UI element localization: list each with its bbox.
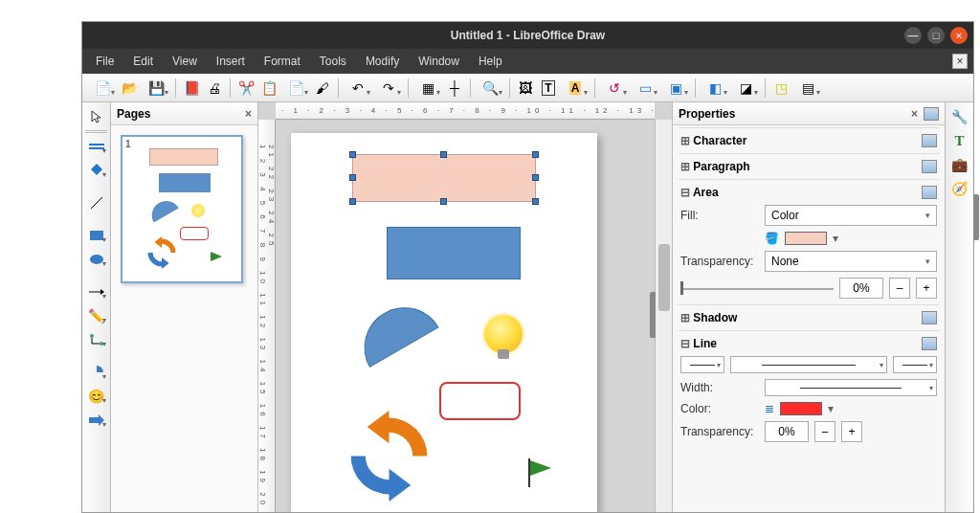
bucket-icon[interactable]: 🪣 [765, 232, 779, 245]
sidebar-styles-icon[interactable]: T [949, 130, 970, 151]
resize-handle-n[interactable] [440, 151, 447, 158]
line-color-dropdown-icon[interactable]: ▾ [828, 402, 834, 415]
block-arrows-icon[interactable] [85, 410, 108, 431]
crop-icon[interactable]: ◳ [770, 78, 791, 99]
connector-tool-icon[interactable] [85, 329, 108, 350]
resize-handle-nw[interactable] [349, 151, 356, 158]
open-icon[interactable]: 📂 [119, 78, 140, 99]
section-line[interactable]: ⊟ Line [679, 334, 939, 353]
area-more-icon[interactable] [922, 186, 937, 199]
area-transparency-increase[interactable]: + [916, 278, 937, 299]
align-icon[interactable]: ▭ [631, 78, 659, 99]
line-transparency-value[interactable]: 0% [765, 421, 809, 442]
shape-half-circle[interactable] [349, 293, 439, 368]
fill-color-icon[interactable] [85, 160, 108, 181]
minimize-button[interactable]: — [904, 27, 922, 44]
resize-handle-e[interactable] [532, 174, 539, 181]
rectangle-tool-icon[interactable] [85, 225, 108, 246]
canvas-area[interactable]: · 1 · 2 · 3 · 4 · 5 · 6 · 7 · 8 · 9 · 10… [258, 102, 672, 512]
curve-tool-icon[interactable]: ✏️ [85, 305, 108, 326]
paragraph-more-icon[interactable] [922, 160, 937, 173]
sidebar-navigator-icon[interactable]: 🧭 [949, 178, 970, 199]
shape-circular-arrows[interactable] [344, 411, 434, 502]
grid-icon[interactable]: ▦ [413, 78, 442, 99]
fontwork-icon[interactable]: A [561, 78, 590, 99]
fill-color-dropdown-icon[interactable]: ▾ [833, 232, 838, 245]
character-more-icon[interactable] [922, 134, 937, 147]
symbol-shapes-icon[interactable]: 😊 [85, 386, 108, 407]
arrange-icon[interactable]: ▣ [661, 78, 690, 99]
pointer-icon[interactable] [85, 106, 108, 127]
paste-icon[interactable]: 📄 [281, 78, 310, 99]
page-thumbnail-1[interactable]: 1 [121, 135, 243, 283]
line-width-select[interactable] [765, 379, 937, 396]
format-paintbrush-icon[interactable]: 🖌 [312, 78, 333, 99]
line-arrow-start-select[interactable] [680, 356, 724, 373]
area-transparency-decrease[interactable]: – [889, 278, 910, 299]
resize-handle-w[interactable] [349, 174, 356, 181]
canvas-scrollbar-vertical[interactable] [655, 120, 672, 512]
rotate-left-icon[interactable]: ↺ [600, 78, 629, 99]
resize-handle-s[interactable] [440, 198, 447, 205]
shadow-toggle-icon[interactable]: ◪ [731, 78, 760, 99]
menu-edit[interactable]: Edit [123, 51, 163, 72]
textbox-icon[interactable]: T [538, 78, 559, 99]
ellipse-tool-icon[interactable] [85, 249, 108, 270]
menu-help[interactable]: Help [469, 51, 512, 72]
cut-icon[interactable]: ✂️ [235, 78, 256, 99]
menu-format[interactable]: Format [255, 51, 310, 72]
resize-handle-sw[interactable] [349, 198, 356, 205]
line-color-icon[interactable] [85, 136, 108, 157]
shape-flag[interactable] [528, 458, 555, 487]
resize-handle-se[interactable] [532, 198, 539, 205]
menu-tools[interactable]: Tools [310, 51, 356, 72]
zoom-icon[interactable]: 🔍 [476, 78, 504, 99]
sidebar-properties-icon[interactable]: 🔧 [949, 106, 970, 127]
section-character[interactable]: ⊞ Character [679, 131, 939, 150]
shadow-more-icon[interactable] [922, 311, 937, 324]
shape-selected-rectangle[interactable] [352, 154, 536, 202]
menu-file[interactable]: File [86, 51, 123, 72]
properties-close-icon[interactable]: × [911, 107, 918, 121]
shape-lightbulb[interactable] [484, 315, 523, 353]
new-doc-icon[interactable]: 📄 [88, 78, 117, 99]
export-pdf-icon[interactable]: 📕 [181, 78, 202, 99]
image-icon[interactable]: 🖼 [515, 78, 536, 99]
pages-resize-grip[interactable] [973, 194, 979, 240]
section-paragraph[interactable]: ⊞ Paragraph [679, 157, 939, 176]
helplines-icon[interactable]: ┼ [444, 78, 465, 99]
shape-rounded-rectangle[interactable] [439, 382, 521, 420]
line-style-select[interactable] [730, 356, 887, 373]
line-tool-icon[interactable] [85, 192, 108, 213]
distribute-icon[interactable]: ◧ [701, 78, 729, 99]
redo-icon[interactable]: ↷ [374, 78, 403, 99]
line-transparency-decrease[interactable]: – [814, 421, 835, 442]
section-shadow[interactable]: ⊞ Shadow [679, 308, 939, 327]
menu-modify[interactable]: Modify [356, 51, 409, 72]
arrow-line-icon[interactable] [85, 281, 108, 302]
doc-close-button[interactable]: × [952, 54, 968, 69]
line-arrow-end-select[interactable] [893, 356, 937, 373]
close-button[interactable]: × [950, 27, 968, 44]
menu-window[interactable]: Window [409, 51, 469, 72]
menu-insert[interactable]: Insert [207, 51, 255, 72]
maximize-button[interactable]: □ [927, 27, 945, 44]
line-transparency-increase[interactable]: + [841, 421, 862, 442]
sidebar-gallery-icon[interactable]: 💼 [949, 154, 970, 175]
basic-shapes-icon[interactable] [85, 362, 108, 383]
fill-type-select[interactable]: Color [765, 205, 937, 226]
canvas-resize-grip[interactable] [650, 292, 656, 338]
print-icon[interactable]: 🖨 [204, 78, 225, 99]
menu-view[interactable]: View [163, 51, 207, 72]
pages-panel-close-icon[interactable]: × [245, 107, 252, 121]
resize-handle-ne[interactable] [532, 151, 539, 158]
area-transparency-select[interactable]: None [765, 251, 937, 272]
properties-dock-icon[interactable] [924, 107, 939, 121]
section-area[interactable]: ⊟ Area [679, 183, 939, 202]
fill-color-swatch[interactable] [785, 232, 827, 245]
area-transparency-slider[interactable] [680, 278, 834, 299]
line-color-swatch[interactable] [780, 402, 822, 415]
area-transparency-value[interactable]: 0% [839, 278, 883, 299]
shape-blue-rectangle[interactable] [387, 227, 521, 279]
filter-icon[interactable]: ▤ [793, 78, 822, 99]
